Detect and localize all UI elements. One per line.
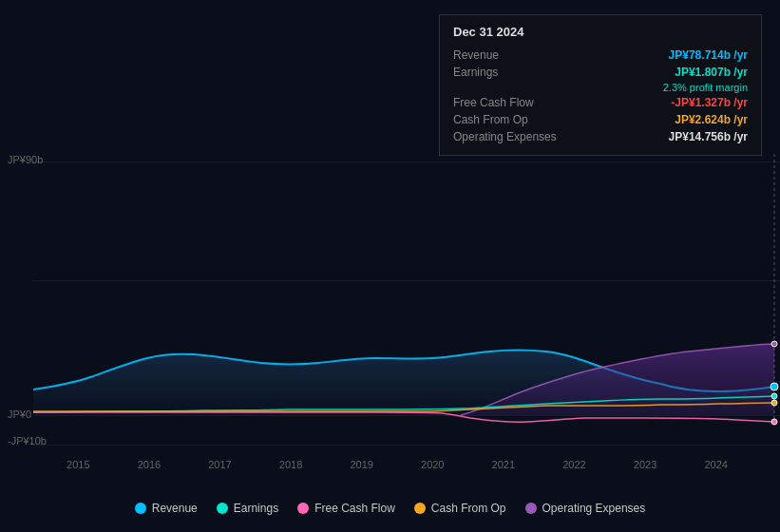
x-label-2021: 2021: [492, 459, 515, 470]
tooltip-value-revenue: JP¥78.714b /yr: [669, 48, 748, 62]
legend-item-revenue[interactable]: Revenue: [135, 502, 198, 515]
tooltip-row-fcf: Free Cash Flow -JP¥1.327b /yr: [453, 94, 748, 111]
legend-item-earnings[interactable]: Earnings: [217, 502, 278, 515]
legend-dot-fcf: [297, 503, 309, 514]
tooltip-value-fcf: -JP¥1.327b /yr: [671, 96, 748, 109]
legend-dot-earnings: [217, 503, 228, 514]
tooltip-row-cfo: Cash From Op JP¥2.624b /yr: [453, 111, 748, 128]
chart-container: Dec 31 2024 Revenue JP¥78.714b /yr Earni…: [0, 0, 780, 532]
x-label-2023: 2023: [634, 459, 656, 470]
x-labels: 2015 2016 2017 2018 2019 2020 2021 2022 …: [0, 459, 780, 470]
tooltip-row-revenue: Revenue JP¥78.714b /yr: [453, 47, 748, 64]
legend: Revenue Earnings Free Cash Flow Cash Fro…: [0, 502, 780, 515]
tooltip-label-cfo: Cash From Op: [453, 113, 577, 126]
tooltip-value-earnings: JP¥1.807b /yr: [675, 66, 748, 79]
tooltip-date: Dec 31 2024: [453, 25, 748, 39]
chart-svg: [33, 154, 780, 448]
x-label-2015: 2015: [67, 459, 89, 470]
legend-label-earnings: Earnings: [234, 502, 278, 515]
legend-label-cfo: Cash From Op: [431, 502, 506, 515]
legend-label-revenue: Revenue: [152, 502, 198, 515]
legend-item-opex[interactable]: Operating Expenses: [525, 502, 646, 515]
tooltip-label-earnings: Earnings: [453, 66, 577, 79]
svg-point-2: [771, 393, 777, 399]
x-label-2016: 2016: [138, 459, 161, 470]
x-label-2017: 2017: [208, 459, 231, 470]
tooltip-value-cfo: JP¥2.624b /yr: [675, 113, 748, 126]
x-label-2019: 2019: [350, 459, 372, 470]
x-label-2018: 2018: [279, 459, 302, 470]
x-label-2020: 2020: [421, 459, 444, 470]
tooltip-value-opex: JP¥14.756b /yr: [669, 130, 748, 143]
legend-item-fcf[interactable]: Free Cash Flow: [297, 502, 395, 515]
legend-dot-revenue: [135, 503, 146, 514]
legend-label-fcf: Free Cash Flow: [314, 502, 395, 515]
y-label-0: JP¥0: [8, 408, 31, 420]
svg-point-3: [771, 341, 777, 347]
legend-label-opex: Operating Expenses: [542, 502, 646, 515]
legend-item-cfo[interactable]: Cash From Op: [414, 502, 506, 515]
tooltip-row-earnings: Earnings JP¥1.807b /yr: [453, 64, 748, 81]
tooltip-label-fcf: Free Cash Flow: [453, 96, 577, 109]
svg-point-1: [770, 383, 778, 390]
tooltip-label-opex: Operating Expenses: [453, 130, 577, 143]
svg-point-5: [771, 419, 777, 425]
tooltip-profit-margin: 2.3% profit margin: [663, 82, 748, 93]
tooltip-box: Dec 31 2024 Revenue JP¥78.714b /yr Earni…: [439, 14, 762, 156]
legend-dot-opex: [525, 503, 537, 514]
tooltip-label-revenue: Revenue: [453, 48, 577, 62]
svg-point-4: [771, 400, 777, 406]
tooltip-row-opex: Operating Expenses JP¥14.756b /yr: [453, 128, 748, 145]
legend-dot-cfo: [414, 503, 426, 514]
x-label-2022: 2022: [562, 459, 585, 470]
tooltip-sub-margin: 2.3% profit margin: [453, 81, 748, 94]
x-label-2024: 2024: [704, 459, 727, 470]
